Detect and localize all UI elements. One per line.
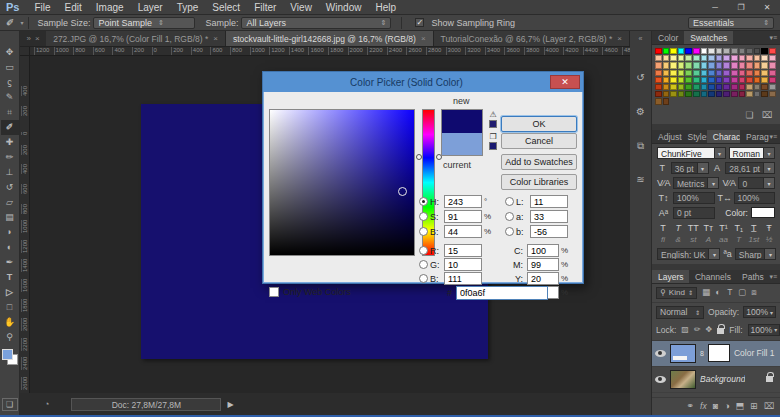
color-swatch[interactable] bbox=[723, 62, 730, 68]
color-swatch[interactable] bbox=[693, 70, 700, 76]
color-swatch[interactable] bbox=[685, 48, 692, 54]
dialog-close-button[interactable]: ✕ bbox=[550, 75, 580, 89]
color-swatch[interactable] bbox=[746, 48, 753, 54]
menu-item-file[interactable]: File bbox=[27, 2, 57, 13]
color-swatch[interactable] bbox=[693, 62, 700, 68]
rectangle-tool[interactable]: □ bbox=[1, 300, 19, 315]
tab-channels[interactable]: Channels bbox=[689, 270, 736, 283]
tab-swatches[interactable]: Swatches bbox=[684, 31, 733, 44]
language-select[interactable]: English: UK ▾ bbox=[657, 248, 720, 260]
layer-thumbnail[interactable] bbox=[670, 370, 696, 389]
color-swatch[interactable] bbox=[678, 84, 685, 90]
color-swatch[interactable] bbox=[670, 77, 677, 83]
font-family-select[interactable]: ChunkFive ▾ bbox=[657, 147, 726, 159]
color-swatch[interactable] bbox=[761, 70, 768, 76]
color-swatch[interactable] bbox=[693, 48, 700, 54]
faux-bold-button[interactable]: T bbox=[657, 223, 669, 233]
menu-item-image[interactable]: Image bbox=[89, 2, 131, 13]
small-caps-button[interactable]: Tᴛ bbox=[702, 223, 714, 233]
color-swatch[interactable] bbox=[754, 77, 761, 83]
tab-character[interactable]: Character bbox=[707, 130, 740, 143]
titling-alternates-button[interactable]: T bbox=[733, 235, 745, 244]
tab-paragra[interactable]: Paragra bbox=[740, 130, 769, 143]
screen-mode-button[interactable]: ❏ bbox=[2, 398, 18, 411]
type-tool[interactable]: T bbox=[1, 270, 19, 285]
color-swatch[interactable] bbox=[678, 91, 685, 97]
b2-radio[interactable] bbox=[419, 274, 428, 283]
lock-transparency-icon[interactable]: ▨ bbox=[681, 325, 689, 334]
lab-b-radio[interactable] bbox=[505, 227, 514, 236]
g-radio[interactable] bbox=[419, 260, 428, 269]
color-swatch[interactable] bbox=[701, 84, 708, 90]
dodge-tool[interactable]: ◐ bbox=[1, 240, 19, 255]
tracking-select[interactable]: 0 ▾ bbox=[738, 177, 775, 189]
layer-visibility-eye-icon[interactable] bbox=[655, 376, 666, 383]
web-safe-color-swatch[interactable] bbox=[489, 142, 497, 150]
color-swatch[interactable] bbox=[716, 91, 723, 97]
color-swatch[interactable] bbox=[693, 84, 700, 90]
foreground-color-swatch[interactable] bbox=[2, 349, 13, 360]
b-radio[interactable] bbox=[419, 227, 428, 236]
color-swatch[interactable] bbox=[663, 62, 670, 68]
color-swatch[interactable] bbox=[746, 84, 753, 90]
layer-row-background[interactable]: Background bbox=[652, 367, 780, 393]
tab-close-icon[interactable]: × bbox=[421, 34, 426, 43]
horizontal-ruler[interactable]: 1200100080060040020002004006008001000120… bbox=[30, 47, 630, 56]
leading-select[interactable]: 28,61 pt ▾ bbox=[725, 162, 775, 174]
color-swatch[interactable] bbox=[678, 70, 685, 76]
color-swatch[interactable] bbox=[723, 77, 730, 83]
color-swatch[interactable] bbox=[655, 62, 662, 68]
strikethrough-button[interactable]: Ŧ bbox=[763, 223, 775, 233]
font-style-select[interactable]: Roman ▾ bbox=[729, 147, 775, 159]
color-swatch[interactable] bbox=[670, 55, 677, 61]
color-swatch[interactable] bbox=[663, 98, 670, 104]
menu-item-layer[interactable]: Layer bbox=[131, 2, 170, 13]
color-swatch[interactable] bbox=[739, 70, 746, 76]
color-swatch[interactable] bbox=[685, 77, 692, 83]
path-selection-tool[interactable]: ▷ bbox=[1, 285, 19, 300]
color-swatch[interactable] bbox=[708, 70, 715, 76]
color-swatch[interactable] bbox=[685, 55, 692, 61]
color-swatch[interactable] bbox=[754, 55, 761, 61]
opacity-field[interactable]: 100% ▾ bbox=[743, 306, 776, 318]
new-group-icon[interactable]: ⬒ bbox=[736, 401, 745, 411]
h-input[interactable] bbox=[444, 195, 482, 208]
color-swatch[interactable] bbox=[754, 70, 761, 76]
menu-item-help[interactable]: Help bbox=[368, 2, 403, 13]
color-swatch[interactable] bbox=[716, 70, 723, 76]
quick-selection-tool[interactable]: ✎ bbox=[1, 90, 19, 105]
color-swatch[interactable] bbox=[769, 62, 776, 68]
blur-tool[interactable]: ◗ bbox=[1, 225, 19, 240]
color-swatch[interactable] bbox=[693, 55, 700, 61]
l-radio[interactable] bbox=[505, 197, 514, 206]
color-swatch[interactable] bbox=[754, 62, 761, 68]
document-tab-2[interactable]: stockvault-little-girl142668.jpg @ 16,7%… bbox=[226, 31, 434, 46]
color-swatch[interactable] bbox=[731, 48, 738, 54]
tab-adjustm[interactable]: Adjustm bbox=[652, 130, 682, 143]
document-tab-1[interactable]: 272.JPG @ 16,7% (Color Fill 1, RGB/8) *× bbox=[46, 31, 226, 46]
properties-panel-icon[interactable]: ⚙ bbox=[632, 104, 650, 120]
ok-button[interactable]: OK bbox=[501, 116, 577, 132]
lock-pixels-icon[interactable]: ✏ bbox=[694, 325, 701, 334]
color-swatch[interactable] bbox=[746, 55, 753, 61]
color-swatch[interactable] bbox=[701, 48, 708, 54]
new-layer-icon[interactable]: ⊞ bbox=[750, 401, 758, 411]
swash-button[interactable]: A bbox=[702, 235, 714, 244]
expand-panels-icon[interactable]: « bbox=[639, 35, 643, 42]
ligatures-button[interactable]: fi bbox=[657, 235, 669, 244]
color-swatch[interactable] bbox=[754, 91, 761, 97]
b-input[interactable] bbox=[444, 225, 482, 238]
menu-item-type[interactable]: Type bbox=[170, 2, 206, 13]
color-swatch[interactable] bbox=[663, 55, 670, 61]
color-swatch[interactable] bbox=[670, 48, 677, 54]
color-swatch[interactable] bbox=[708, 55, 715, 61]
text-color-swatch[interactable] bbox=[751, 207, 775, 218]
clone-stamp-tool[interactable]: ⊥ bbox=[1, 165, 19, 180]
tab-color[interactable]: Color bbox=[652, 31, 684, 44]
subscript-button[interactable]: T₁ bbox=[733, 223, 745, 233]
document-size-field[interactable]: Doc: 27,8M/27,8M bbox=[71, 398, 221, 411]
g-input[interactable] bbox=[444, 258, 482, 271]
b2-input[interactable] bbox=[444, 272, 482, 285]
layer-visibility-eye-icon[interactable] bbox=[655, 350, 666, 357]
color-swatch[interactable] bbox=[731, 77, 738, 83]
